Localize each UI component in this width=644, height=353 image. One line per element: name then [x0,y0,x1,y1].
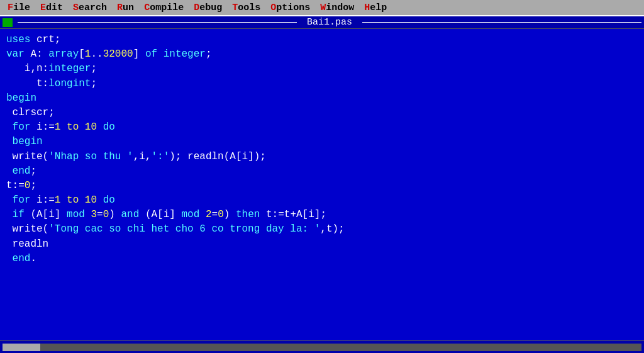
horizontal-scrollbar[interactable] [3,344,641,351]
code-line-5: begin [6,91,638,106]
menu-file[interactable]: File [3,0,35,15]
code-line-8: begin [6,135,638,149]
menu-compile[interactable]: Compile [139,0,189,15]
code-line-15: readln [6,237,638,252]
code-line-9: write('Nhap so thu ',i,':'); readln(A[i]… [6,150,638,164]
window-icon [3,18,13,27]
code-line-1: uses crt; [6,33,638,47]
code-line-3: i,n:integer; [6,62,638,76]
menu-run[interactable]: Run [112,0,139,15]
menu-debug[interactable]: Debug [189,0,227,15]
scrollbar-thumb[interactable] [3,344,40,351]
code-line-4: t:longint; [6,77,638,91]
menu-search[interactable]: Search [68,0,112,15]
menu-options[interactable]: Options [265,0,315,15]
title-line-right [362,22,641,23]
code-line-2: var A: array[1..32000] of integer; [6,47,638,62]
code-line-10: end; [6,164,638,179]
code-line-6: clrscr; [6,106,638,120]
code-line-14: write('Tong cac so chi het cho 6 co tron… [6,222,638,237]
title-line-left [18,22,297,23]
menubar: File Edit Search Run Compile Debug Tools… [0,0,644,15]
titlebar: Bai1.pas [0,15,644,29]
code-line-12: for i:=1 to 10 do [6,193,638,208]
menu-edit[interactable]: Edit [35,0,68,15]
code-line-7: for i:=1 to 10 do [6,120,638,135]
window-title: Bai1.pas [297,17,362,28]
menu-window[interactable]: Window [315,0,359,15]
code-line-16: end. [6,252,638,266]
code-line-11: t:=0; [6,179,638,193]
scrollbar-area [0,340,644,353]
menu-help[interactable]: Help [359,0,392,15]
code-editor[interactable]: uses crt; var A: array[1..32000] of inte… [0,29,644,340]
menu-tools[interactable]: Tools [227,0,265,15]
code-line-13: if (A[i] mod 3=0) and (A[i] mod 2=0) the… [6,208,638,222]
